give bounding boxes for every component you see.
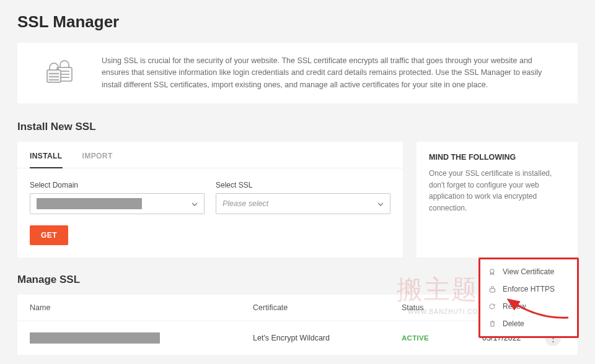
info-banner: Using SSL is crucial for the security of… bbox=[17, 43, 578, 103]
tab-install[interactable]: INSTALL bbox=[30, 142, 63, 168]
side-note-card: MIND THE FOLLOWING Once your SSL certifi… bbox=[416, 142, 578, 258]
row-action-menu: View Certificate Enforce HTTPS Renew Del… bbox=[478, 258, 579, 338]
select-domain-dropdown[interactable] bbox=[30, 193, 205, 214]
page-title: SSL Manager bbox=[17, 12, 578, 32]
select-domain-label: Select Domain bbox=[30, 181, 205, 189]
status-badge: ACTIVE bbox=[402, 334, 429, 342]
padlock-pair-icon bbox=[35, 55, 84, 86]
menu-view-certificate[interactable]: View Certificate bbox=[480, 263, 577, 280]
refresh-icon bbox=[488, 303, 496, 310]
chevron-down-icon bbox=[192, 199, 198, 208]
trash-icon bbox=[488, 320, 496, 327]
install-section-heading: Install New SSL bbox=[17, 121, 578, 133]
lock-icon bbox=[488, 285, 496, 293]
col-header-certificate: Certificate bbox=[253, 303, 402, 312]
select-ssl-placeholder: Please select bbox=[223, 199, 268, 208]
menu-item-label: Renew bbox=[503, 302, 526, 311]
svg-rect-9 bbox=[490, 288, 495, 292]
menu-item-label: Delete bbox=[503, 319, 524, 328]
menu-renew[interactable]: Renew bbox=[480, 298, 577, 315]
install-card: INSTALL IMPORT Select Domain bbox=[17, 142, 403, 258]
get-button[interactable]: GET bbox=[30, 225, 68, 245]
menu-item-label: Enforce HTTPS bbox=[503, 285, 555, 293]
col-header-name: Name bbox=[30, 303, 253, 312]
select-ssl-dropdown[interactable]: Please select bbox=[216, 193, 390, 214]
menu-enforce-https[interactable]: Enforce HTTPS bbox=[480, 280, 577, 298]
menu-delete[interactable]: Delete bbox=[480, 315, 577, 332]
certificate-icon bbox=[488, 268, 496, 275]
tab-import[interactable]: IMPORT bbox=[82, 142, 113, 168]
select-ssl-label: Select SSL bbox=[216, 181, 390, 189]
banner-description: Using SSL is crucial for the security of… bbox=[102, 55, 560, 91]
name-value-redacted bbox=[30, 332, 160, 344]
col-header-status: Status bbox=[402, 303, 482, 312]
chevron-down-icon bbox=[377, 199, 384, 208]
menu-item-label: View Certificate bbox=[503, 267, 554, 276]
side-note-body: Once your SSL certificate is installed, … bbox=[429, 168, 565, 214]
svg-rect-4 bbox=[47, 70, 61, 82]
certificate-value: Let's Encrypt Wildcard bbox=[253, 334, 402, 342]
side-note-title: MIND THE FOLLOWING bbox=[429, 153, 565, 162]
select-domain-value-redacted bbox=[37, 198, 142, 209]
